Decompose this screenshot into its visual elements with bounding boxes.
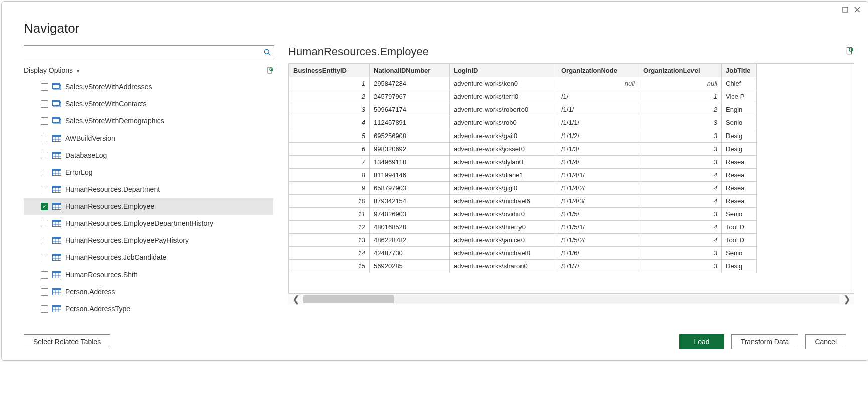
tree-item[interactable]: Person.AddressType — [24, 300, 273, 317]
column-header[interactable]: NationalIDNumber — [370, 64, 450, 77]
table-row[interactable]: 7134969118adventure-works\dylan0/1/1/4/3… — [289, 156, 757, 169]
cell: adventure-works\janice0 — [450, 234, 557, 247]
svg-line-4 — [268, 53, 270, 55]
svg-rect-48 — [53, 237, 61, 239]
checkbox[interactable] — [41, 135, 48, 142]
column-header[interactable]: JobTitle — [722, 64, 757, 77]
horizontal-scrollbar[interactable]: ❮ ❯ — [288, 293, 854, 304]
table-row[interactable]: 5695256908adventure-works\gail0/1/1/2/3D… — [289, 129, 757, 143]
maximize-icon[interactable] — [840, 6, 850, 14]
cell: Desig — [722, 143, 757, 156]
tree-item[interactable]: DatabaseLog — [24, 147, 273, 164]
cell: Resea — [722, 195, 757, 208]
checkbox[interactable] — [41, 288, 48, 296]
close-icon[interactable] — [852, 6, 862, 14]
tree-item[interactable]: Person.Address — [24, 283, 273, 300]
table-row[interactable]: 9658797903adventure-works\gigi0/1/1/4/2/… — [289, 182, 757, 195]
checkbox[interactable] — [41, 186, 48, 193]
search-input[interactable] — [27, 49, 264, 57]
scroll-track[interactable] — [303, 295, 839, 303]
tree-item[interactable]: ErrorLog — [24, 164, 273, 181]
cell: 1 — [289, 77, 370, 90]
navigator-tree[interactable]: Sales.vStoreWithAddressesSales.vStoreWit… — [24, 78, 274, 317]
load-button[interactable]: Load — [679, 334, 724, 349]
view-icon — [52, 100, 61, 107]
table-row[interactable]: 8811994146adventure-works\diane1/1/1/4/1… — [289, 169, 757, 182]
table-row[interactable]: 1556920285adventure-works\sharon0/1/1/7/… — [289, 260, 757, 273]
table-row[interactable]: 12480168528adventure-works\thierry0/1/1/… — [289, 221, 757, 234]
tree-item-label: AWBuildVersion — [65, 134, 115, 142]
cell: adventure-works\rob0 — [450, 116, 557, 129]
checkbox[interactable] — [41, 117, 48, 125]
cell: Senio — [722, 116, 757, 129]
display-options-dropdown[interactable]: Display Options ▾ — [24, 66, 79, 74]
checkbox[interactable] — [41, 254, 48, 261]
table-icon — [52, 288, 61, 295]
scroll-right-icon[interactable]: ❯ — [839, 294, 854, 305]
table-row[interactable]: 10879342154adventure-works\michael6/1/1/… — [289, 195, 757, 208]
tree-item[interactable]: HumanResources.Department — [24, 181, 273, 198]
cell: adventure-works\gail0 — [450, 129, 557, 143]
table-row[interactable]: 1295847284adventure-works\ken0nullnullCh… — [289, 77, 757, 90]
tree-item[interactable]: Sales.vStoreWithContacts — [24, 95, 273, 112]
column-header[interactable]: OrganizationLevel — [639, 64, 722, 77]
cell: /1/1/4/ — [557, 156, 639, 169]
checkbox[interactable] — [41, 237, 48, 244]
refresh-icon[interactable] — [266, 66, 274, 74]
table-icon — [52, 135, 61, 142]
checkbox[interactable] — [41, 220, 48, 227]
column-header[interactable]: BusinessEntityID — [289, 64, 370, 77]
cell: 42487730 — [370, 247, 450, 260]
cell: Tool D — [722, 221, 757, 234]
data-grid[interactable]: BusinessEntityIDNationalIDNumberLoginIDO… — [288, 63, 854, 293]
tree-item[interactable]: HumanResources.JobCandidate — [24, 249, 273, 266]
svg-rect-0 — [843, 7, 848, 12]
table-row[interactable]: 3509647174adventure-works\roberto0/1/1/2… — [289, 103, 757, 116]
checkbox[interactable] — [41, 169, 48, 176]
table-row[interactable]: 6998320692adventure-works\jossef0/1/1/3/… — [289, 143, 757, 156]
table-row[interactable]: 11974026903adventure-works\ovidiu0/1/1/5… — [289, 208, 757, 221]
cancel-button[interactable]: Cancel — [805, 334, 846, 349]
svg-rect-16 — [53, 118, 60, 119]
cell: null — [639, 77, 722, 90]
tree-item[interactable]: Sales.vStoreWithAddresses — [24, 78, 273, 95]
search-box[interactable] — [24, 45, 274, 60]
refresh-preview-icon[interactable] — [845, 45, 854, 58]
scroll-thumb[interactable] — [303, 295, 394, 303]
cell: 2 — [639, 103, 722, 116]
cell: 658797903 — [370, 182, 450, 195]
preview-panel: HumanResources.Employee BusinessEntityID… — [288, 45, 854, 317]
cell: 998320692 — [370, 143, 450, 156]
cell: adventure-works\thierry0 — [450, 221, 557, 234]
checkbox[interactable]: ✓ — [41, 203, 48, 210]
checkbox[interactable] — [41, 152, 48, 159]
checkbox[interactable] — [41, 83, 48, 91]
dialog-footer: Select Related Tables Load Transform Dat… — [2, 321, 868, 360]
dialog-title: Navigator — [2, 19, 868, 45]
scroll-left-icon[interactable]: ❮ — [288, 294, 303, 305]
tree-item[interactable]: HumanResources.Shift — [24, 266, 273, 283]
checkbox[interactable] — [41, 100, 48, 108]
checkbox[interactable] — [41, 305, 48, 313]
table-row[interactable]: 2245797967adventure-works\terri0/1/1Vice… — [289, 90, 757, 103]
tree-item[interactable]: Sales.vStoreWithDemographics — [24, 112, 273, 129]
table-row[interactable]: 1442487730adventure-works\michael8/1/1/6… — [289, 247, 757, 260]
search-icon[interactable] — [264, 49, 271, 57]
navigator-dialog: Navigator Display Options ▾ Sales.vStore… — [1, 1, 868, 361]
tree-item-label: Sales.vStoreWithAddresses — [65, 83, 152, 91]
transform-data-button[interactable]: Transform Data — [731, 334, 799, 349]
cell: 2 — [289, 90, 370, 103]
select-related-tables-button[interactable]: Select Related Tables — [24, 334, 110, 349]
tree-item[interactable]: AWBuildVersion — [24, 129, 273, 147]
column-header[interactable]: OrganizationNode — [557, 64, 639, 77]
column-header[interactable]: LoginID — [450, 64, 557, 77]
table-row[interactable]: 13486228782adventure-works\janice0/1/1/5… — [289, 234, 757, 247]
cell: 4 — [639, 182, 722, 195]
checkbox[interactable] — [41, 271, 48, 279]
tree-item[interactable]: ✓HumanResources.Employee — [24, 198, 273, 215]
tree-item[interactable]: HumanResources.EmployeePayHistory — [24, 232, 273, 249]
table-row[interactable]: 4112457891adventure-works\rob0/1/1/1/3Se… — [289, 116, 757, 129]
tree-item[interactable]: HumanResources.EmployeeDepartmentHistory — [24, 215, 273, 232]
cell: 56920285 — [370, 260, 450, 273]
left-panel: Display Options ▾ Sales.vStoreWithAddres… — [24, 45, 274, 317]
